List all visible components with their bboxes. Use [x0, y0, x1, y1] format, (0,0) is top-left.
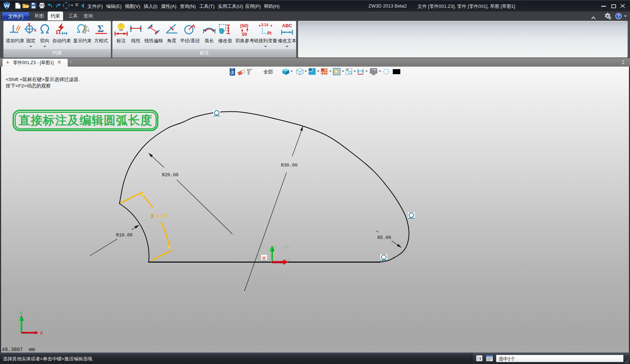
svg-text:R20.00: R20.00 — [162, 172, 178, 178]
svg-text:X: X — [40, 331, 43, 336]
svg-text:R30.00: R30.00 — [281, 163, 297, 168]
svg-text:R10.00: R10.00 — [116, 233, 133, 238]
svg-text:XY: XY — [285, 245, 289, 249]
svg-text:H: H — [263, 256, 266, 260]
svg-text:11.63: 11.63 — [153, 213, 168, 219]
svg-text:Y: Y — [20, 311, 23, 316]
svg-text:R5.00: R5.00 — [377, 235, 391, 240]
svg-text:j: j — [151, 213, 153, 219]
